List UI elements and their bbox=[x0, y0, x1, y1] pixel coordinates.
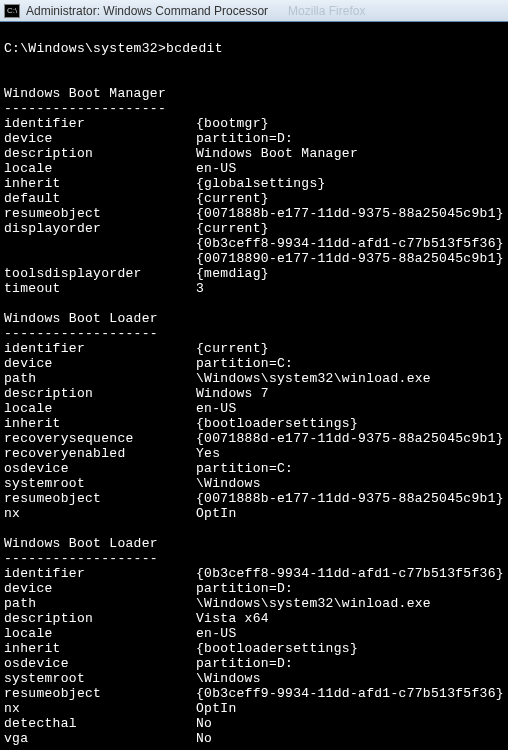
kv-key: device bbox=[4, 356, 196, 371]
kv-value: Vista x64 bbox=[196, 611, 269, 626]
kv-row: devicepartition=C: bbox=[4, 356, 504, 371]
kv-row: path\Windows\system32\winload.exe bbox=[4, 596, 504, 611]
kv-value: {bootloadersettings} bbox=[196, 641, 358, 656]
kv-value: No bbox=[196, 716, 212, 731]
kv-value: {0071888b-e177-11dd-9375-88a25045c9b1} bbox=[196, 491, 504, 506]
kv-value: partition=C: bbox=[196, 356, 293, 371]
kv-row: inherit{bootloadersettings} bbox=[4, 416, 504, 431]
kv-value: {00718890-e177-11dd-9375-88a25045c9b1} bbox=[196, 251, 504, 266]
kv-key: systemroot bbox=[4, 476, 196, 491]
kv-key: locale bbox=[4, 161, 196, 176]
kv-value: {memdiag} bbox=[196, 266, 269, 281]
kv-row: recoverysequence{0071888d-e177-11dd-9375… bbox=[4, 431, 504, 446]
kv-row: {00718890-e177-11dd-9375-88a25045c9b1} bbox=[4, 251, 504, 266]
kv-value: partition=D: bbox=[196, 131, 293, 146]
kv-row: systemroot\Windows bbox=[4, 671, 504, 686]
kv-row: localeen-US bbox=[4, 626, 504, 641]
kv-value: en-US bbox=[196, 401, 237, 416]
kv-key bbox=[4, 236, 196, 251]
kv-key: inherit bbox=[4, 641, 196, 656]
kv-key: device bbox=[4, 131, 196, 146]
kv-key: default bbox=[4, 191, 196, 206]
kv-value: {globalsettings} bbox=[196, 176, 326, 191]
kv-key: detecthal bbox=[4, 716, 196, 731]
kv-value: {0b3ceff8-9934-11dd-afd1-c77b513f5f36} bbox=[196, 236, 504, 251]
kv-row: inherit{bootloadersettings} bbox=[4, 641, 504, 656]
kv-value: {0071888d-e177-11dd-9375-88a25045c9b1} bbox=[196, 431, 504, 446]
kv-value: \Windows\system32\winload.exe bbox=[196, 371, 431, 386]
window-title-bar[interactable]: C:\ Administrator: Windows Command Proce… bbox=[0, 0, 508, 22]
cmd-icon-label: C:\ bbox=[7, 6, 17, 15]
kv-value: {current} bbox=[196, 221, 269, 236]
section-divider: ------------------- bbox=[4, 326, 504, 341]
kv-key: locale bbox=[4, 401, 196, 416]
kv-value: en-US bbox=[196, 161, 237, 176]
kv-value: en-US bbox=[196, 626, 237, 641]
kv-key: recoveryenabled bbox=[4, 446, 196, 461]
kv-key: path bbox=[4, 596, 196, 611]
kv-value: OptIn bbox=[196, 506, 237, 521]
kv-row: identifier{0b3ceff8-9934-11dd-afd1-c77b5… bbox=[4, 566, 504, 581]
kv-row: descriptionVista x64 bbox=[4, 611, 504, 626]
kv-key: resumeobject bbox=[4, 686, 196, 701]
kv-key: nx bbox=[4, 701, 196, 716]
kv-value: {current} bbox=[196, 341, 269, 356]
kv-key: device bbox=[4, 581, 196, 596]
console-output[interactable]: C:\Windows\system32>bcdedit Windows Boot… bbox=[0, 22, 508, 750]
kv-key: osdevice bbox=[4, 461, 196, 476]
window-title-ghost: Mozilla Firefox bbox=[288, 4, 365, 18]
kv-value: {0071888b-e177-11dd-9375-88a25045c9b1} bbox=[196, 206, 504, 221]
kv-row: {0b3ceff8-9934-11dd-afd1-c77b513f5f36} bbox=[4, 236, 504, 251]
kv-value: Windows 7 bbox=[196, 386, 269, 401]
section-divider: -------------------- bbox=[4, 101, 504, 116]
kv-row: resumeobject{0071888b-e177-11dd-9375-88a… bbox=[4, 206, 504, 221]
kv-row: devicepartition=D: bbox=[4, 131, 504, 146]
kv-value: \Windows bbox=[196, 671, 261, 686]
kv-row: nxOptIn bbox=[4, 506, 504, 521]
kv-key: inherit bbox=[4, 176, 196, 191]
kv-key: osdevice bbox=[4, 656, 196, 671]
kv-key: toolsdisplayorder bbox=[4, 266, 196, 281]
kv-row: systemroot\Windows bbox=[4, 476, 504, 491]
kv-key: systemroot bbox=[4, 671, 196, 686]
kv-value: partition=D: bbox=[196, 581, 293, 596]
kv-row: osdevicepartition=C: bbox=[4, 461, 504, 476]
kv-value: No bbox=[196, 731, 212, 746]
kv-value: 3 bbox=[196, 281, 204, 296]
kv-row: descriptionWindows Boot Manager bbox=[4, 146, 504, 161]
kv-key: recoverysequence bbox=[4, 431, 196, 446]
kv-value: partition=D: bbox=[196, 656, 293, 671]
kv-row: identifier{bootmgr} bbox=[4, 116, 504, 131]
kv-value: \Windows bbox=[196, 476, 261, 491]
window-title: Administrator: Windows Command Processor bbox=[26, 4, 268, 18]
cmd-icon: C:\ bbox=[4, 4, 20, 18]
kv-value: OptIn bbox=[196, 701, 237, 716]
section-header: Windows Boot Loader bbox=[4, 311, 504, 326]
command-prompt-line: C:\Windows\system32>bcdedit bbox=[4, 41, 504, 56]
kv-key: nx bbox=[4, 506, 196, 521]
kv-row: vgaNo bbox=[4, 731, 504, 746]
kv-key: resumeobject bbox=[4, 206, 196, 221]
section-header: Windows Boot Loader bbox=[4, 536, 504, 551]
kv-row: displayorder{current} bbox=[4, 221, 504, 236]
kv-row: resumeobject{0071888b-e177-11dd-9375-88a… bbox=[4, 491, 504, 506]
kv-row: detecthalNo bbox=[4, 716, 504, 731]
kv-row: resumeobject{0b3ceff9-9934-11dd-afd1-c77… bbox=[4, 686, 504, 701]
kv-key: resumeobject bbox=[4, 491, 196, 506]
kv-key: identifier bbox=[4, 116, 196, 131]
kv-key: timeout bbox=[4, 281, 196, 296]
kv-value: {bootmgr} bbox=[196, 116, 269, 131]
kv-key: description bbox=[4, 146, 196, 161]
kv-row: descriptionWindows 7 bbox=[4, 386, 504, 401]
kv-value: Yes bbox=[196, 446, 220, 461]
kv-key: identifier bbox=[4, 341, 196, 356]
kv-key: inherit bbox=[4, 416, 196, 431]
kv-row: identifier{current} bbox=[4, 341, 504, 356]
kv-row: toolsdisplayorder{memdiag} bbox=[4, 266, 504, 281]
kv-value: Windows Boot Manager bbox=[196, 146, 358, 161]
kv-key: description bbox=[4, 611, 196, 626]
kv-key: path bbox=[4, 371, 196, 386]
kv-value: {bootloadersettings} bbox=[196, 416, 358, 431]
kv-key bbox=[4, 251, 196, 266]
kv-row: timeout3 bbox=[4, 281, 504, 296]
